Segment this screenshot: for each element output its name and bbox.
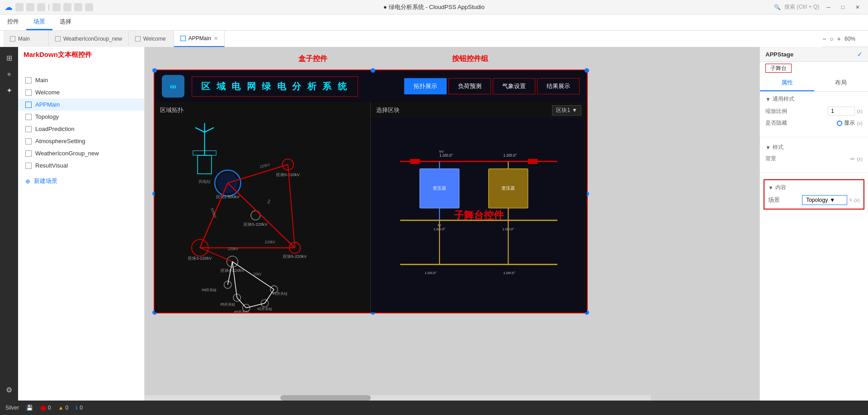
scene-select[interactable]: Topology ▼ xyxy=(802,195,847,205)
sidebar-item-main[interactable]: Main xyxy=(18,74,144,86)
sidebar-item-weathericongroup[interactable]: WeatherIconGroup_new xyxy=(18,147,144,159)
window-close-button[interactable]: ✕ xyxy=(852,4,863,10)
sidebar-item-appmain[interactable]: APPMain xyxy=(18,98,144,111)
app-nav-btn-load[interactable]: 负荷预测 xyxy=(448,78,491,94)
tab-label-main: Main xyxy=(18,36,30,42)
scene-select-arrow: ▼ xyxy=(830,197,835,203)
tab-appmain[interactable]: APPMain ✕ xyxy=(174,31,225,47)
sidebar-item-controls[interactable]: 控件 xyxy=(0,14,26,30)
sidebar-item-resultvisual[interactable]: ResultVisual xyxy=(18,159,144,172)
sidebar-item-scene[interactable]: 场景 xyxy=(26,14,52,30)
info-count: 0 xyxy=(80,405,83,411)
tab-weather[interactable]: WeatherIconGroup_new xyxy=(49,31,129,47)
content-section-header[interactable]: ▼ 内容 xyxy=(768,184,860,191)
svg-text:#5开关站: #5开关站 xyxy=(220,303,235,307)
scene-label: 场景 xyxy=(768,196,780,204)
svg-text:变压器: 变压器 xyxy=(433,186,446,191)
sidebar-item-icon-main xyxy=(25,77,32,84)
bg-label: 背景 xyxy=(765,155,776,163)
add-icon: ⊕ xyxy=(25,178,30,185)
icon-strip: ⊞ ≡ ✦ ⚙ xyxy=(0,47,18,401)
app-nav-btn-weather[interactable]: 气象设置 xyxy=(493,78,535,94)
sidebar-item-icon-welcome xyxy=(25,89,32,96)
zoom-fit-button[interactable]: ○ xyxy=(830,35,833,42)
svg-rect-0 xyxy=(156,118,369,312)
error-badge: ⬤ 0 xyxy=(40,405,51,411)
app-canvas[interactable]: ∞ 区 域 电 网 绿 电 分 析 系 统 拓扑展示 负荷预测 气象设置 结果展… xyxy=(154,70,588,313)
zoom-value: 60% xyxy=(844,36,861,42)
strip-icon-home[interactable]: ⊞ xyxy=(2,51,16,65)
sidebar-item-icon-topology xyxy=(25,114,32,120)
substage-area[interactable]: 子舞台控件 1.0/0.0° kV 1.0/0.0° xyxy=(371,118,587,312)
tab-label-appmain: APPMain xyxy=(189,35,211,42)
sidebar-item-select[interactable]: 选择 xyxy=(52,14,79,30)
style-label: 样式 xyxy=(773,144,783,151)
search-icon: 🔍 xyxy=(774,4,781,10)
tb-btn-preview[interactable] xyxy=(74,3,82,11)
style-collapse-icon: ▼ xyxy=(765,145,771,151)
block-select[interactable]: 区块1 ▼ xyxy=(552,105,581,116)
tb-btn-save[interactable] xyxy=(26,3,34,11)
tab-label-weather: WeatherIconGroup_new xyxy=(63,36,122,42)
app-content: 区域拓扑 xyxy=(155,102,587,312)
app-panel-body-left[interactable]: 风电站 区块1-500kV 区块5-220kV xyxy=(155,118,370,312)
tb-btn-undo[interactable] xyxy=(52,3,61,11)
warning-icon: ▲ xyxy=(58,405,64,411)
titlebar-title: ● 绿电分析系统 - CloudPSS AppStudio xyxy=(383,3,485,11)
scale-input[interactable] xyxy=(828,107,855,116)
info-icon: ℹ xyxy=(75,405,78,411)
bg-value-container: ✏ (x) xyxy=(850,156,863,162)
app-nav: 拓扑展示 负荷预测 气象设置 结果展示 xyxy=(404,78,580,94)
app-nav-btn-topology[interactable]: 拓扑展示 xyxy=(404,78,447,94)
divider2 xyxy=(760,173,868,173)
zoom-minus-button[interactable]: − xyxy=(822,35,826,42)
style-section: ▼ 样式 背景 ✏ (x) xyxy=(760,140,868,170)
tab-layout[interactable]: 布局 xyxy=(814,75,868,91)
svg-text:#2开关站: #2开关站 xyxy=(257,307,272,311)
strip-icon-settings[interactable]: ⚙ xyxy=(2,382,16,397)
sidebar-item-atmospheresetting[interactable]: AtmosphereSetting xyxy=(18,135,144,147)
app-right-panel-title: 选择区块 xyxy=(376,106,400,114)
tab-welcome[interactable]: Welcome xyxy=(129,31,174,47)
sidebar-item-label-topology: Topology xyxy=(35,113,59,120)
topology-diagram: 风电站 区块1-500kV 区块5-220kV xyxy=(155,118,370,312)
strip-icon-tool[interactable]: ✦ xyxy=(2,83,16,98)
scene-x-btn[interactable]: × xyxy=(849,197,852,203)
tb-btn-export[interactable] xyxy=(85,3,93,11)
right-panel: APPStage ✓ 子舞台 属性 布局 ▼ 通用样式 缩放比例 (x) xyxy=(760,47,868,401)
tb-btn-redo[interactable] xyxy=(63,3,71,11)
titlebar-right: 🔍 搜索 (Ctrl + Q) ─ □ ✕ xyxy=(774,3,863,11)
canvas-area[interactable]: 盒子控件 按钮控件组 ∞ 区 域 电 网 绿 电 分 析 系 统 拓扑展示 负荷… xyxy=(145,47,760,401)
strip-icon-layers[interactable]: ≡ xyxy=(2,67,16,81)
zoom-plus-button[interactable]: + xyxy=(837,35,841,42)
hscrollbar[interactable] xyxy=(145,395,651,401)
style-section-header[interactable]: ▼ 样式 xyxy=(765,144,863,151)
sidebar-item-welcome[interactable]: Welcome xyxy=(18,86,144,98)
svg-text:220kV: 220kV xyxy=(228,247,239,251)
menubar: 控件 场景 选择 xyxy=(0,14,868,31)
tab-main[interactable]: Main xyxy=(4,31,49,47)
window-maximize-button[interactable]: □ xyxy=(838,4,848,10)
status-user: Silver xyxy=(5,405,19,411)
general-style-header[interactable]: ▼ 通用样式 xyxy=(765,95,863,103)
rp-title: APPStage xyxy=(765,51,793,58)
tab-close-appmain[interactable]: ✕ xyxy=(214,36,218,42)
tb-btn-file[interactable] xyxy=(15,3,24,11)
bg-unit: (x) xyxy=(857,156,863,162)
statusbar: Silver 💾 ⬤ 0 ▲ 0 ℹ 0 xyxy=(0,401,868,415)
sidebar-item-icon-loadprediction xyxy=(25,126,32,132)
window-minimize-button[interactable]: ─ xyxy=(823,4,834,10)
bg-edit-icon[interactable]: ✏ xyxy=(850,156,855,162)
new-scene-button[interactable]: ⊕ 新建场景 xyxy=(18,173,144,189)
sidebar-item-topology[interactable]: Topology xyxy=(18,111,144,123)
sidebar-item-loadprediction[interactable]: LoadPrediction xyxy=(18,123,144,135)
titlebar-left: ☁ | xyxy=(5,2,93,12)
app-nav-btn-result[interactable]: 结果展示 xyxy=(537,78,580,94)
app-header: ∞ 区 域 电 网 绿 电 分 析 系 统 拓扑展示 负荷预测 气象设置 结果展… xyxy=(155,70,587,102)
sidebar-item-label-resultvisual: ResultVisual xyxy=(35,162,68,169)
tab-icon-welcome xyxy=(135,36,141,42)
svg-rect-70 xyxy=(528,159,538,164)
search-label[interactable]: 搜索 (Ctrl + Q) xyxy=(784,3,819,11)
tab-properties[interactable]: 属性 xyxy=(760,75,814,91)
tb-btn-grid[interactable] xyxy=(37,3,45,11)
